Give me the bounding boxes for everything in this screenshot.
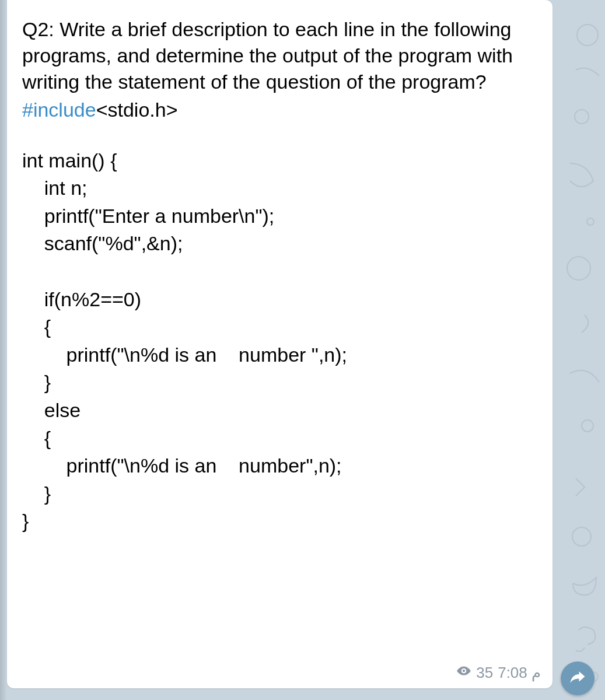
svg-point-3 <box>567 257 590 280</box>
svg-point-4 <box>582 420 593 432</box>
left-edge-shadow <box>0 0 7 700</box>
include-keyword: #include <box>22 99 96 121</box>
question-text: Q2: Write a brief description to each li… <box>22 16 537 95</box>
svg-point-1 <box>575 110 589 124</box>
include-header: <stdio.h> <box>96 99 178 121</box>
message-time: 7:08 م <box>498 664 541 682</box>
message-bubble: Q2: Write a brief description to each li… <box>7 0 552 688</box>
views-icon <box>456 663 471 682</box>
svg-point-2 <box>587 218 594 225</box>
code-block: int main() { int n; printf("Enter a numb… <box>22 147 537 536</box>
svg-point-0 <box>577 24 598 46</box>
include-line: #include<stdio.h> <box>22 99 537 121</box>
background-doodles <box>552 0 605 700</box>
message-meta: 35 7:08 م <box>456 663 541 682</box>
share-arrow-icon <box>569 668 586 688</box>
share-button[interactable] <box>561 662 594 695</box>
views-count: 35 <box>476 664 493 682</box>
svg-point-5 <box>572 527 591 546</box>
